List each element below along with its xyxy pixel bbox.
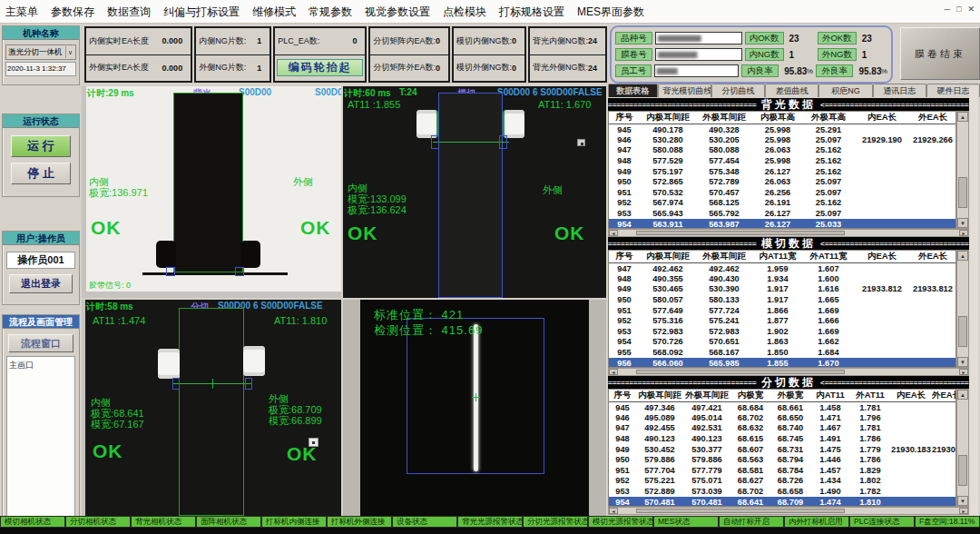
scroll-right-icon[interactable]: ►: [959, 230, 968, 236]
scroll-thumb[interactable]: [636, 509, 845, 513]
menu-item-spot-check[interactable]: 点检模块: [443, 5, 486, 20]
maximize-icon[interactable]: □: [956, 5, 961, 14]
table-row[interactable]: 948577.529577.45425.99825.162: [609, 155, 956, 166]
table-row[interactable]: 946495.089495.01468.70268.6501.4711.796: [609, 412, 956, 423]
run-button[interactable]: 运 行: [11, 135, 71, 157]
table-row[interactable]: 954570.726570.6511.8631.662: [609, 337, 956, 348]
table-row[interactable]: 955568.092568.1671.8501.684: [609, 347, 956, 358]
table-row[interactable]: 947492.462492.4621.9591.607: [609, 263, 956, 274]
table-row[interactable]: 953572.889573.03968.70268.6581.4901.782: [609, 486, 956, 497]
film-roll-no-field[interactable]: ▆▆▆▆▆▆▆▆▆▆: [658, 50, 696, 58]
scroll-thumb[interactable]: [958, 316, 967, 347]
table-row[interactable]: 945497.346497.42168.68468.6611.4581.781: [609, 402, 956, 413]
menu-item-general-params[interactable]: 常规参数: [309, 5, 352, 20]
vertical-scrollbar[interactable]: ▲ ▼: [956, 250, 969, 368]
status-marker-inner: 打标机内侧连接: [262, 517, 326, 527]
scroll-right-icon[interactable]: ►: [959, 508, 968, 514]
scroll-right-icon[interactable]: ►: [959, 369, 968, 375]
table-row[interactable]: 951570.532570.45726.25625.097: [609, 187, 956, 198]
data-table[interactable]: 序号内极耳间距外极耳间距内极宽外极宽内AT11外AT11内EA长外EA长 945…: [608, 389, 956, 507]
table-row[interactable]: 953565.943565.79226.12725.097: [609, 208, 956, 219]
tab-data-table[interactable]: 数据表格: [608, 84, 658, 97]
chevron-down-icon[interactable]: ∨: [65, 46, 74, 58]
table-row[interactable]: 951577.704577.77968.58168.7841.4571.829: [609, 465, 956, 476]
table-row[interactable]: 948490.123490.12368.61568.7451.4911.786: [609, 433, 956, 444]
scroll-thumb[interactable]: [958, 177, 967, 208]
screen-list[interactable]: 主画口: [6, 356, 75, 534]
diecut-t-value: T:24: [399, 87, 416, 97]
table-row[interactable]: 951577.649577.7241.8661.669: [609, 305, 956, 316]
table-row[interactable]: 949575.197575.34826.12725.162: [609, 166, 956, 177]
horizontal-scrollbar[interactable]: ◄ ►: [608, 229, 969, 237]
scroll-thumb[interactable]: [636, 231, 845, 235]
table-row[interactable]: 952575.316575.2411.8771.666: [609, 315, 956, 326]
scroll-left-icon[interactable]: ◄: [609, 369, 618, 375]
table-row[interactable]: 950579.886579.88668.56368.7941.4461.786: [609, 454, 956, 465]
film-roll-end-button[interactable]: 膜卷结束: [900, 27, 980, 80]
vertical-scrollbar[interactable]: ▲ ▼: [956, 111, 969, 229]
slit-camera-view[interactable]: 计时:58 ms 分切 S00D00 6 S00D00FALSE AT11 :1…: [82, 300, 341, 516]
menu-item-marking-spec[interactable]: 打标规格设置: [499, 5, 564, 20]
scroll-left-icon[interactable]: ◄: [609, 508, 618, 514]
tab-diff-curve[interactable]: 差值曲线: [765, 84, 818, 97]
area-camera-view[interactable]: 标准位置： 421 检测位置： 415.69: [343, 300, 606, 516]
table-row[interactable]: 954563.911563.98726.12725.033: [609, 219, 956, 229]
menu-item-correction-marking[interactable]: 纠偏与打标设置: [163, 5, 240, 20]
table-row[interactable]: 949530.465530.3901.9171.61621933.8122193…: [609, 284, 956, 295]
scroll-down-icon[interactable]: ▼: [957, 218, 968, 228]
menu-item-param-save[interactable]: 参数保存: [51, 5, 94, 20]
scroll-left-icon[interactable]: ◄: [609, 230, 618, 236]
param-value: 1: [257, 36, 267, 45]
data-table[interactable]: 序号内极耳间距外极耳间距内AT11宽外AT11宽内EA长外EA长 947492.…: [608, 250, 956, 368]
table-row[interactable]: 950572.865572.78926.06325.097: [609, 176, 956, 187]
tab-defect-ng[interactable]: 积疤NG: [818, 84, 872, 97]
menu-item-main[interactable]: 主菜单: [5, 5, 38, 20]
employee-no-field[interactable]: ▆▆▆▆▆: [657, 66, 676, 74]
scroll-up-icon[interactable]: ▲: [957, 112, 968, 122]
menu-item-data-query[interactable]: 数据查询: [107, 5, 151, 20]
table-cell: 1.959: [752, 263, 803, 274]
scroll-up-icon[interactable]: ▲: [957, 390, 968, 400]
table-cell: 68.702: [730, 486, 770, 497]
close-icon[interactable]: ✕: [967, 5, 975, 14]
table-row[interactable]: 947580.088580.08826.06325.162: [609, 145, 956, 156]
tab-backlight-diecut-curve[interactable]: 背光模切曲线: [658, 84, 711, 97]
menu-item-maintenance[interactable]: 维修模式: [252, 5, 296, 20]
table-row[interactable]: 946530.280530.20525.99825.09721929.19021…: [609, 134, 956, 145]
tab-comm-log[interactable]: 通讯日志: [873, 84, 926, 97]
scroll-down-icon[interactable]: ▼: [957, 496, 968, 506]
horizontal-scrollbar[interactable]: ◄ ►: [608, 507, 969, 515]
table-cell: 1.474: [810, 497, 850, 507]
vertical-scrollbar[interactable]: ▲ ▼: [956, 389, 969, 507]
stop-button[interactable]: 停 止: [11, 163, 71, 184]
horizontal-scrollbar[interactable]: ◄ ►: [608, 368, 969, 376]
table-row[interactable]: 956566.060565.9851.8551.670: [609, 358, 956, 368]
table-row[interactable]: 954570.481570.48168.64168.7091.4741.810: [609, 497, 956, 507]
product-no-field[interactable]: ▆▆▆▆▆▆▆▆▆▆▆: [658, 34, 700, 42]
scroll-thumb[interactable]: [636, 370, 845, 374]
tab-slit-curve[interactable]: 分切曲线: [711, 84, 765, 97]
table-row[interactable]: 950580.057580.1331.9171.665: [609, 294, 956, 305]
table-row[interactable]: 947492.455492.53168.63268.7401.4671.781: [609, 423, 956, 434]
scroll-thumb[interactable]: [958, 455, 967, 486]
menu-item-vision-params[interactable]: 视觉参数设置: [365, 5, 430, 20]
logout-button[interactable]: 退出登录: [9, 274, 73, 293]
table-row[interactable]: 945490.178490.32825.99825.291: [609, 124, 956, 135]
scroll-up-icon[interactable]: ▲: [957, 251, 968, 261]
flow-window-button[interactable]: 流程窗口: [8, 334, 74, 352]
backlight-camera-view[interactable]: 计时:29 ms 背光 S00D00 S00D00 内侧 极宽:136.971 …: [82, 86, 341, 298]
minimize-icon[interactable]: ─: [945, 5, 950, 14]
table-row[interactable]: 949530.452530.37768.60768.7311.4751.7792…: [609, 444, 956, 455]
table-row[interactable]: 953572.983572.9831.9021.669: [609, 326, 956, 337]
menu-item-mes-params[interactable]: MES界面参数: [577, 5, 644, 20]
table-row[interactable]: 948490.355490.4301.9341.600: [609, 273, 956, 284]
diecut-camera-view[interactable]: 计时:60 ms T:24 模切 S00D00 6 S00D00FALSE AT…: [343, 86, 606, 298]
screen-list-item-main[interactable]: 主画口: [9, 360, 73, 371]
encoder-wheel-lift-button[interactable]: 编码轮抬起: [277, 59, 363, 76]
data-table[interactable]: 序号内极耳间距外极耳间距内极耳高外极耳高内EA长外EA长 945490.1784…: [608, 111, 956, 229]
table-row[interactable]: 952575.221575.07168.62768.7261.4341.802: [609, 476, 956, 487]
machine-model-select[interactable]: 激光分切一体机 ∨: [5, 44, 76, 60]
table-row[interactable]: 952567.974568.12526.19125.162: [609, 198, 956, 209]
scroll-down-icon[interactable]: ▼: [957, 357, 968, 367]
column-header: 内EA长: [854, 112, 910, 124]
